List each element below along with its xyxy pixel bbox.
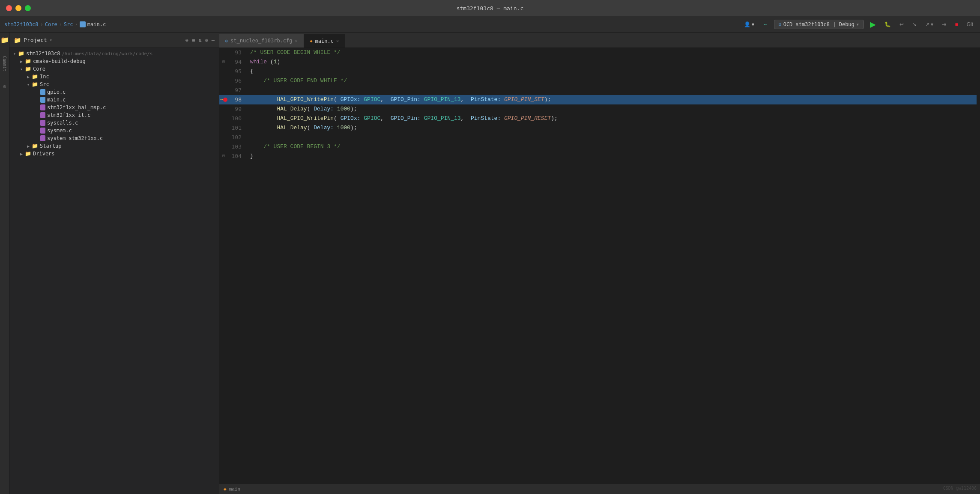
breadcrumb-src[interactable]: Src [64,21,73,27]
locate-icon[interactable]: ⊕ [185,37,188,43]
step-out-button[interactable]: ↗ ▾ [923,21,936,28]
tab-cfg[interactable]: ⚙ st_nucleo_f103rb.cfg ✕ [219,34,304,48]
code-line-103: /* USER CODE BEGIN 3 */ [250,142,977,152]
lnum-96: 96 [228,76,245,86]
minimize-button[interactable] [15,5,21,11]
titlebar: stm32f103c8 – main.c [0,0,980,16]
sort-icon[interactable]: ⇅ [198,37,201,43]
profile-button[interactable]: 👤 ▾ [741,21,757,28]
system-label: system_stm32f1xx.c [47,135,103,141]
gutter-104: ⊟ [219,152,228,161]
window-controls [6,5,31,11]
sysmem-label: sysmem.c [47,128,72,134]
syscalls-icon [40,120,45,126]
code-line-95: { [250,67,977,76]
stop-button[interactable]: ■ [952,21,960,28]
lnum-99: 99 [228,104,245,114]
main-tab-close[interactable]: ✕ [336,39,339,43]
tree-core[interactable]: ▾ 📁 Core [9,65,219,73]
breakpoint-98[interactable] [223,98,227,102]
tree-src[interactable]: ▾ 📁 Src [9,80,219,88]
step-over-button[interactable]: ↩ [897,21,906,28]
ln-98: → 98 [219,95,245,104]
ln-103: 103 [219,142,245,152]
core-label: Core [33,66,45,72]
cmake-folder-icon: 📁 [25,58,31,64]
tab-main[interactable]: ◆ main.c ✕ [304,34,345,48]
git-button[interactable]: Git [964,21,976,28]
breadcrumb-core[interactable]: Core [45,21,57,27]
tree-hal-msp[interactable]: stm32f1xx_hal_msp.c [9,104,219,111]
settings-icon[interactable]: ⚙ [3,83,6,89]
breadcrumb-func: main [229,485,240,494]
settings-panel-icon[interactable]: ⚙ [205,37,208,43]
commit-label[interactable]: Commit [2,56,7,71]
ln-95: 95 [219,67,245,76]
tree-main[interactable]: main.c [9,96,219,104]
cfg-tab-close[interactable]: ✕ [295,39,298,43]
code-line-96: /* USER CODE END WHILE */ [250,76,977,86]
code-scroll-area[interactable]: 93 ⊟ 94 95 [219,48,980,484]
code-content[interactable]: /* USER CODE BEGIN WHILE */ while ( 1 ) … [245,48,980,484]
code-line-101: HAL_Delay ( Delay: 1000 ); [250,123,977,133]
run-to-cursor-button[interactable]: ⇥ [939,21,949,28]
breadcrumb-func-icon: ◆ [224,485,227,494]
breadcrumb: stm32f103c8 › Core › Src › main.c [4,21,106,27]
tree-cmake[interactable]: ▶ 📁 cmake-build-debug [9,57,219,65]
panel-title: Project [24,37,47,43]
lnum-100: 100 [228,114,245,123]
cfg-tab-icon: ⚙ [225,39,228,43]
tree-startup[interactable]: ▶ 📁 Startup [9,142,219,150]
tree-sysmem[interactable]: sysmem.c [9,127,219,134]
inc-arrow: ▶ [25,74,32,79]
ln-104: ⊟ 104 [219,152,245,161]
tree-syscalls[interactable]: syscalls.c [9,119,219,127]
collapse-all-icon[interactable]: ≡ [192,37,195,43]
step-into-button[interactable]: ↘ [910,21,919,28]
lnum-95: 95 [228,67,245,76]
watermark: CSDN @w112406 [943,486,977,491]
tree-hal-it[interactable]: stm32f1xx_it.c [9,111,219,119]
code-line-97 [250,86,977,95]
startup-folder-icon: 📁 [32,143,38,149]
code-line-100: HAL_GPIO_WritePin ( GPIOx: GPIOC , GPIO_… [250,114,977,123]
breadcrumb-project[interactable]: stm32f103c8 [4,21,38,27]
code-breadcrumb: ◆ main [219,484,980,494]
project-icon[interactable]: 📁 [0,36,9,44]
editor-area: ⚙ st_nucleo_f103rb.cfg ✕ ◆ main.c ✕ 93 [219,33,980,494]
tree-system[interactable]: system_stm32f1xx.c [9,134,219,142]
breadcrumb-sep2: › [59,21,62,27]
breadcrumb-sep3: › [75,21,78,27]
close-panel-icon[interactable]: — [212,37,215,43]
breadcrumb-filename[interactable]: main.c [87,21,106,27]
tree-drivers[interactable]: ▶ 📁 Drivers [9,150,219,158]
tree-root[interactable]: ▾ 📁 stm32f103c8 /Volumes/Data/coding/wor… [9,50,219,57]
ln-96: 96 [219,76,245,86]
run-button[interactable]: ▶ [867,19,878,30]
code-line-99: HAL_Delay ( Delay: 1000 ); [250,104,977,114]
debug-run-button[interactable]: 🐛 [882,21,893,28]
code-line-104: } [250,152,977,161]
lnum-97: 97 [228,86,245,95]
tree-inc[interactable]: ▶ 📁 Inc [9,73,219,80]
back-button[interactable]: ← [760,21,771,28]
window-title: stm32f103c8 – main.c [457,5,524,12]
tree-gpio[interactable]: gpio.c [9,88,219,96]
debug-config-dropdown[interactable]: ⊞ OCD stm32f103c8 | Debug ▾ [774,20,864,29]
code-line-98: HAL_GPIO_WritePin ( GPIOx: GPIOC , GPIO_… [245,95,977,104]
startup-arrow: ▶ [25,144,32,149]
lnum-102: 102 [228,133,245,142]
chevron-down-icon: ▾ [856,21,859,27]
syscalls-label: syscalls.c [47,120,78,126]
top-toolbar: stm32f103c8 › Core › Src › main.c 👤 ▾ ← … [0,16,980,33]
tab-main-label: main.c [315,38,334,44]
main-layout: 📁 Commit ⚙ 📁 Project ▾ ⊕ ≡ ⇅ ⚙ — ▾ 📁 [0,33,980,494]
inc-folder-icon: 📁 [32,74,38,80]
lnum-93: 93 [228,48,245,57]
fold-94[interactable]: ⊟ [222,57,225,67]
close-button[interactable] [6,5,12,11]
code-line-94: while ( 1 ) [250,57,977,67]
maximize-button[interactable] [25,5,31,11]
fold-104[interactable]: ⊟ [222,152,225,161]
panel-header: 📁 Project ▾ ⊕ ≡ ⇅ ⚙ — [9,33,219,48]
